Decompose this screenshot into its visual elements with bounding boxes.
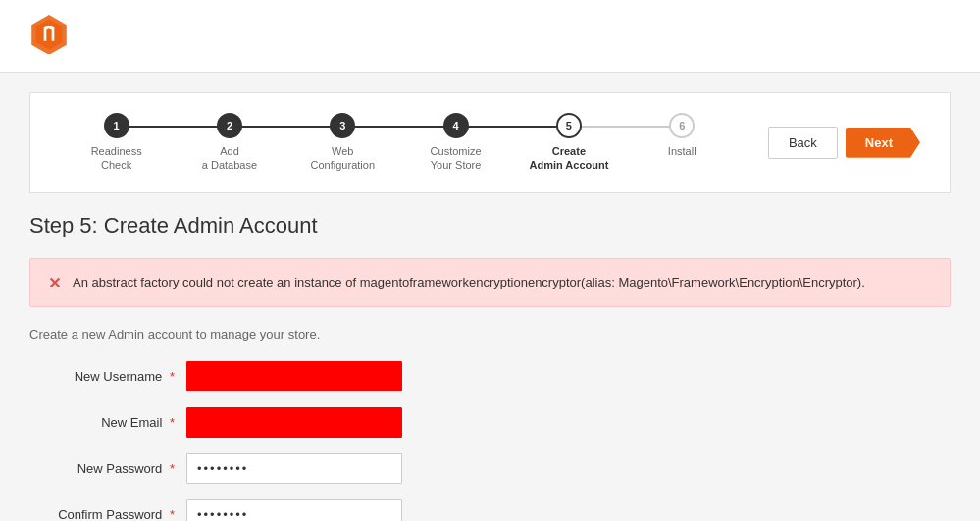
wizard-buttons: Back Next xyxy=(768,127,920,159)
step-3-label: WebConfiguration xyxy=(311,144,375,173)
wizard-bar: 1 ReadinessCheck 2 Adda Database 3 WebCo… xyxy=(29,92,951,193)
email-input[interactable] xyxy=(186,407,402,438)
password-group: New Password * xyxy=(29,453,951,484)
step-5: 5 CreateAdmin Account xyxy=(512,113,625,173)
magento-logo xyxy=(29,15,69,54)
password-input[interactable] xyxy=(186,453,402,484)
step-5-label: CreateAdmin Account xyxy=(529,144,608,173)
step-2-label: Adda Database xyxy=(202,144,257,173)
main-content: Step 5: Create Admin Account ✕ An abstra… xyxy=(29,213,951,521)
step-1: 1 ReadinessCheck xyxy=(60,113,173,173)
step-2-circle: 2 xyxy=(217,113,242,138)
confirm-password-group: Confirm Password * xyxy=(29,499,951,521)
username-label: New Username * xyxy=(29,369,186,384)
username-group: New Username * xyxy=(29,361,951,391)
confirm-password-required: * xyxy=(170,507,175,521)
step-1-circle: 1 xyxy=(104,113,129,138)
step-4-circle: 4 xyxy=(443,113,469,138)
confirm-password-label: Confirm Password * xyxy=(29,507,186,521)
step-title: Step 5: Create Admin Account xyxy=(29,213,951,238)
step-6-label: Install xyxy=(668,144,696,158)
header xyxy=(0,0,980,73)
error-alert: ✕ An abstract factory could not create a… xyxy=(29,258,951,307)
step-5-circle: 5 xyxy=(556,113,582,138)
steps-container: 1 ReadinessCheck 2 Adda Database 3 WebCo… xyxy=(60,113,739,173)
next-button[interactable]: Next xyxy=(846,128,920,158)
error-icon: ✕ xyxy=(48,274,61,292)
step-3-circle: 3 xyxy=(330,113,355,138)
step-2: 2 Adda Database xyxy=(173,113,285,173)
password-label: New Password * xyxy=(29,461,186,476)
step-1-label: ReadinessCheck xyxy=(91,144,142,173)
step-3: 3 WebConfiguration xyxy=(286,113,399,173)
error-text: An abstract factory could not create an … xyxy=(73,273,865,292)
email-label: New Email * xyxy=(29,415,186,430)
email-group: New Email * xyxy=(29,407,951,438)
form-description: Create a new Admin account to manage you… xyxy=(29,327,951,341)
step-4-label: CustomizeYour Store xyxy=(431,144,482,173)
confirm-password-input[interactable] xyxy=(186,499,402,521)
step-6-circle: 6 xyxy=(669,113,695,138)
step-4: 4 CustomizeYour Store xyxy=(399,113,512,173)
email-required: * xyxy=(170,415,175,430)
password-required: * xyxy=(170,461,175,476)
page-wrapper: 1 ReadinessCheck 2 Adda Database 3 WebCo… xyxy=(0,0,980,521)
username-required: * xyxy=(170,369,175,384)
username-input[interactable] xyxy=(186,361,402,391)
back-button[interactable]: Back xyxy=(768,127,838,159)
step-6: 6 Install xyxy=(626,113,739,158)
